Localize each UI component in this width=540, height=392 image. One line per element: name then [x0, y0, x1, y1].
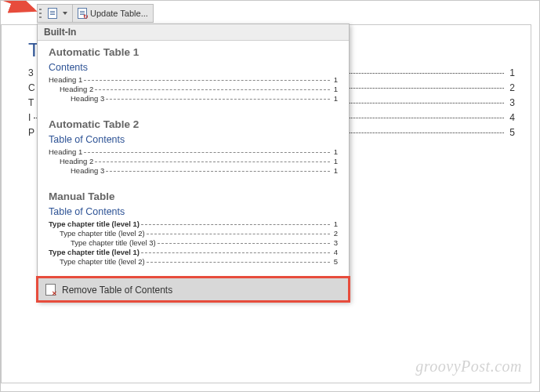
gallery-style-name: Automatic Table 2: [38, 113, 349, 134]
preview-line: Heading 31: [49, 94, 338, 103]
doc-row-fragment: T: [28, 97, 34, 108]
preview-title: Contents: [49, 62, 338, 73]
gallery-style-name: Manual Table: [38, 185, 349, 206]
chevron-down-icon: [63, 12, 67, 15]
preview-line: Type chapter title (level 3)3: [49, 238, 338, 247]
gallery-section-header: Built-In: [38, 24, 349, 41]
doc-row-page: 2: [507, 82, 515, 93]
doc-row-page: 1: [507, 67, 515, 78]
refresh-document-icon: [78, 8, 87, 19]
doc-row-page: 5: [507, 127, 515, 138]
doc-row-page: 4: [507, 112, 515, 123]
update-table-label: Update Table...: [90, 9, 148, 18]
preview-line: Heading 21: [49, 157, 338, 165]
remove-toc-button[interactable]: Remove Table of Contents: [38, 278, 349, 301]
doc-row-fragment: I: [28, 112, 31, 123]
annotation-arrow: [0, 0, 48, 20]
preview-line: Type chapter title (level 2)2: [49, 229, 338, 238]
doc-row-fragment: 3: [28, 67, 34, 78]
preview-line: Type chapter title (level 1)1: [49, 220, 338, 228]
doc-row-page: 3: [507, 97, 515, 108]
remove-toc-label: Remove Table of Contents: [62, 285, 172, 296]
gallery-style-name: Automatic Table 1: [38, 41, 349, 62]
watermark-text: groovyPost.com: [415, 358, 522, 376]
toc-gallery-dropdown: Built-In Automatic Table 1ContentsHeadin…: [37, 24, 350, 302]
doc-row-fragment: P: [28, 127, 34, 138]
preview-line: Type chapter title (level 1)4: [49, 248, 338, 256]
doc-row-fragment: C: [28, 82, 35, 93]
gallery-style-preview[interactable]: Table of ContentsType chapter title (lev…: [38, 206, 349, 276]
preview-line: Heading 11: [49, 75, 338, 84]
preview-line: Type chapter title (level 2)5: [49, 257, 338, 266]
toc-mini-toolbar: Update Table...: [37, 4, 154, 23]
gallery-style-preview[interactable]: Table of ContentsHeading 11Heading 21Hea…: [38, 134, 349, 185]
document-icon: [48, 8, 57, 19]
preview-line: Heading 31: [49, 166, 338, 175]
remove-document-icon: [45, 284, 56, 296]
preview-title: Table of Contents: [49, 206, 338, 217]
preview-line: Heading 11: [49, 147, 338, 156]
preview-title: Table of Contents: [49, 134, 338, 145]
svg-line-0: [0, 0, 34, 10]
preview-line: Heading 21: [49, 85, 338, 93]
gallery-style-preview[interactable]: ContentsHeading 11Heading 21Heading 31: [38, 62, 349, 113]
update-table-button[interactable]: Update Table...: [73, 5, 153, 22]
